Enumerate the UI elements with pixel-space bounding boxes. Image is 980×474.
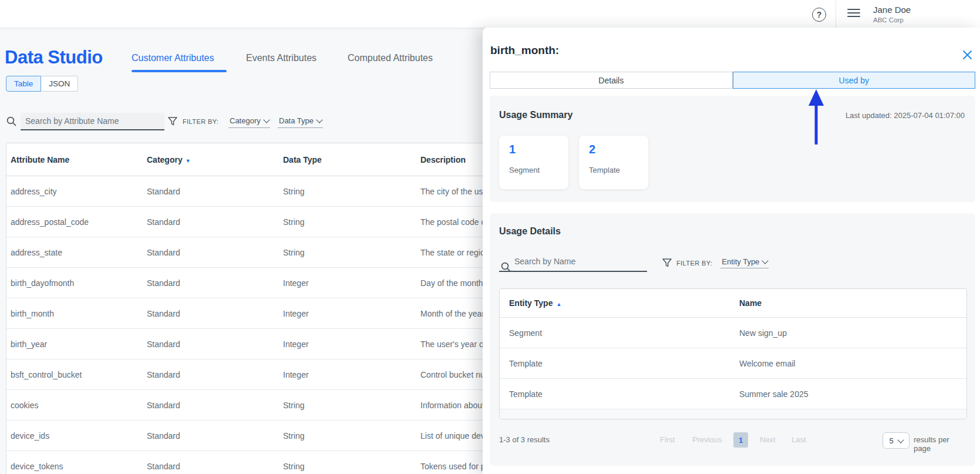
stat-label: Template bbox=[589, 166, 648, 174]
per-page-select[interactable]: 5 bbox=[883, 432, 910, 449]
cell-data-type: String bbox=[283, 431, 420, 441]
page-title: Data Studio bbox=[5, 47, 103, 68]
entity-row[interactable]: Template Summer sale 2025 bbox=[500, 379, 966, 409]
entity-table-header: Entity Type▲ Name bbox=[500, 289, 966, 318]
cell-data-type: Integer bbox=[283, 370, 420, 379]
panel-tabs: Details Used by bbox=[490, 72, 975, 89]
data-type-filter-dropdown[interactable]: Data Type bbox=[278, 116, 323, 128]
cell-data-type: Integer bbox=[283, 278, 420, 288]
cell-attribute-name: birth_year bbox=[11, 339, 147, 349]
cell-data-type: String bbox=[283, 248, 420, 257]
last-updated-text: Last updated: 2025-07-04 01:07:00 bbox=[846, 111, 965, 120]
pagination: 1-3 of 3 results First Previous 1 Next L… bbox=[499, 431, 966, 449]
view-toggle: Table JSON bbox=[6, 76, 78, 92]
col-attribute-name[interactable]: Attribute Name bbox=[11, 155, 147, 164]
sort-asc-icon: ▲ bbox=[556, 301, 561, 307]
col-category[interactable]: Category▼ bbox=[147, 155, 283, 164]
pagination-previous-button[interactable]: Previous bbox=[692, 435, 722, 444]
filter-by-label: FILTER BY: bbox=[676, 260, 712, 267]
menu-icon[interactable] bbox=[847, 9, 860, 18]
cell-attribute-name: address_city bbox=[11, 187, 147, 196]
cell-data-type: String bbox=[283, 462, 420, 471]
entity-row[interactable]: Template Welcome email bbox=[500, 348, 966, 379]
tab-events-attributes[interactable]: Events Attributes bbox=[246, 53, 316, 63]
stat-card[interactable]: 1 Segment bbox=[499, 136, 568, 189]
tab-computed-attributes[interactable]: Computed Attributes bbox=[348, 53, 433, 63]
chevron-down-icon bbox=[263, 116, 270, 123]
entity-row[interactable]: Segment New sign_up bbox=[500, 318, 966, 348]
user-org: ABC Corp bbox=[873, 16, 904, 23]
cell-category: Standard bbox=[147, 462, 283, 471]
cell-attribute-name: address_postal_code bbox=[11, 217, 147, 227]
cell-category: Standard bbox=[147, 217, 283, 227]
category-filter-dropdown[interactable]: Category bbox=[228, 116, 270, 128]
annotation-arrow-icon bbox=[806, 88, 827, 147]
filter-funnel-icon bbox=[662, 258, 672, 267]
panel-title: birth_month: bbox=[490, 44, 559, 57]
stat-label: Segment bbox=[509, 166, 568, 174]
usage-search-input[interactable] bbox=[499, 254, 647, 272]
user-name: Jane Doe bbox=[873, 5, 911, 15]
cell-entity-name: Summer sale 2025 bbox=[739, 389, 966, 399]
chevron-down-icon bbox=[897, 436, 904, 443]
stat-value: 1 bbox=[509, 143, 568, 156]
tab-customer-attributes[interactable]: Customer Attributes bbox=[132, 53, 214, 63]
entity-type-filter-label: Entity Type bbox=[722, 257, 759, 266]
col-entity-name[interactable]: Name bbox=[739, 298, 966, 308]
cell-entity-type: Segment bbox=[509, 328, 739, 338]
usage-details-heading: Usage Details bbox=[499, 226, 966, 237]
entity-table-body: Segment New sign_up Template Welcome ema… bbox=[500, 318, 966, 409]
filter-by-label: FILTER BY: bbox=[183, 118, 218, 125]
panel-tab-details[interactable]: Details bbox=[490, 72, 733, 89]
pagination-next-button[interactable]: Next bbox=[760, 435, 776, 444]
pagination-last-button[interactable]: Last bbox=[792, 435, 806, 444]
cell-category: Standard bbox=[147, 401, 283, 410]
pagination-first-button[interactable]: First bbox=[660, 435, 675, 444]
category-filter-label: Category bbox=[230, 116, 261, 125]
cell-entity-name: New sign_up bbox=[739, 328, 966, 338]
cell-data-type: Integer bbox=[283, 309, 420, 318]
col-entity-type[interactable]: Entity Type▲ bbox=[509, 298, 739, 308]
screen: ? Jane Doe ABC Corp Data Studio Customer… bbox=[0, 0, 980, 474]
entity-type-filter-dropdown[interactable]: Entity Type bbox=[720, 257, 769, 268]
sort-desc-icon: ▼ bbox=[186, 158, 191, 164]
panel-tab-used-by[interactable]: Used by bbox=[733, 72, 976, 89]
cell-entity-name: Welcome email bbox=[739, 359, 966, 368]
chevron-down-icon bbox=[316, 116, 322, 123]
search-icon bbox=[6, 116, 16, 126]
cell-data-type: Integer bbox=[283, 339, 420, 349]
col-data-type[interactable]: Data Type bbox=[283, 155, 420, 164]
cell-attribute-name: birth_dayofmonth bbox=[11, 278, 147, 288]
usage-details-toolbar: FILTER BY: Entity Type bbox=[499, 253, 966, 272]
cell-data-type: String bbox=[283, 187, 420, 196]
close-icon[interactable] bbox=[962, 50, 972, 60]
cell-category: Standard bbox=[147, 309, 283, 318]
cell-entity-type: Template bbox=[509, 359, 739, 368]
cell-attribute-name: address_state bbox=[11, 248, 147, 257]
per-page-label: results per page bbox=[914, 435, 966, 453]
cell-attribute-name: cookies bbox=[11, 401, 147, 410]
cell-data-type: String bbox=[283, 401, 420, 410]
data-type-filter-label: Data Type bbox=[279, 116, 314, 125]
json-view-button[interactable]: JSON bbox=[41, 76, 78, 92]
cell-attribute-name: device_ids bbox=[11, 431, 147, 441]
cell-attribute-name: device_tokens bbox=[11, 462, 147, 471]
usage-details-section: Usage Details FILTER BY: Entity Type bbox=[490, 213, 975, 466]
stat-value: 2 bbox=[589, 143, 648, 156]
usage-summary-section: Usage Summary Last updated: 2025-07-04 0… bbox=[490, 96, 975, 202]
cell-category: Standard bbox=[147, 278, 283, 288]
help-icon[interactable]: ? bbox=[812, 8, 826, 22]
attribute-usage-panel: birth_month: Details Used by Usage Summa… bbox=[483, 28, 980, 474]
top-header: ? Jane Doe ABC Corp bbox=[0, 0, 980, 28]
cell-category: Standard bbox=[147, 370, 283, 379]
filter-funnel-icon bbox=[168, 117, 177, 126]
entity-table-footer bbox=[500, 409, 966, 419]
stat-card[interactable]: 2 Template bbox=[579, 136, 648, 189]
header-divider bbox=[836, 0, 836, 28]
usage-stats: 1 Segment 2 Template bbox=[499, 136, 965, 189]
pagination-current-page[interactable]: 1 bbox=[733, 432, 748, 448]
table-view-button[interactable]: Table bbox=[6, 76, 41, 92]
active-tab-underline bbox=[132, 70, 227, 72]
search-input[interactable] bbox=[21, 113, 164, 130]
cell-category: Standard bbox=[147, 339, 283, 349]
